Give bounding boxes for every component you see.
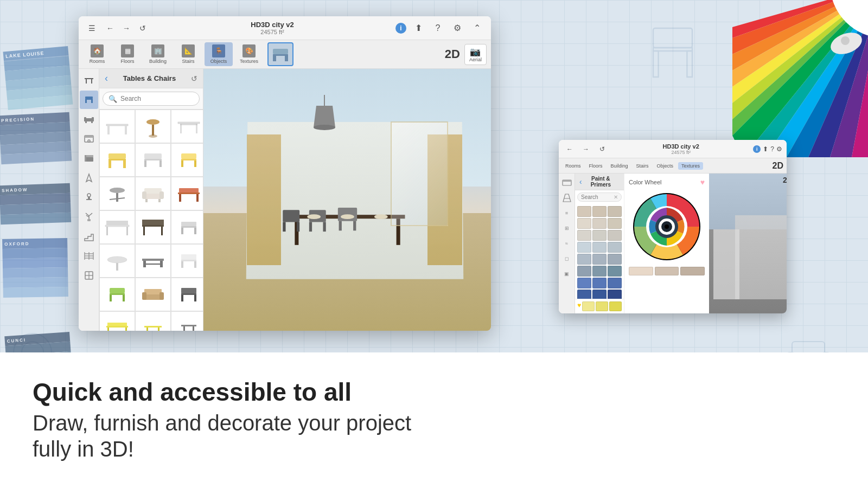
- small-building-btn[interactable]: Building: [608, 162, 631, 170]
- sidebar-kitchen-btn[interactable]: [80, 130, 98, 148]
- furniture-item-chair6[interactable]: [99, 278, 135, 311]
- furniture-item-table7[interactable]: [99, 311, 135, 331]
- info-icon[interactable]: i: [395, 23, 406, 34]
- help-button[interactable]: ?: [430, 21, 445, 36]
- furniture-item-chair7[interactable]: [171, 278, 203, 311]
- refresh-button[interactable]: ↺: [136, 22, 149, 35]
- small-info-icon[interactable]: i: [753, 145, 761, 153]
- color-wheel-heart-icon[interactable]: ♥: [700, 178, 705, 187]
- floors-button[interactable]: ▦ Floors: [113, 42, 142, 66]
- sidebar-toy-btn[interactable]: [80, 169, 98, 187]
- swatch-blue-deep3[interactable]: [608, 290, 622, 299]
- sidebar-table-btn[interactable]: [80, 71, 98, 89]
- preview-color1[interactable]: [629, 267, 653, 275]
- small-search-input[interactable]: [581, 194, 614, 200]
- fav-swatch3[interactable]: [609, 301, 622, 311]
- swatch-blue-vivid1[interactable]: [577, 278, 591, 288]
- share-button[interactable]: ⬆: [411, 21, 426, 36]
- small-back-button[interactable]: ←: [563, 143, 576, 156]
- furniture-item-table4[interactable]: [99, 210, 135, 244]
- swatch-blue-light3[interactable]: [608, 242, 622, 253]
- swatch-gray3[interactable]: [608, 230, 622, 241]
- furniture-item-chair5[interactable]: [171, 244, 203, 278]
- small-sidebar-btn3[interactable]: ≡: [560, 206, 574, 220]
- sidebar-office-btn[interactable]: [80, 188, 98, 207]
- expand-button[interactable]: ⌃: [469, 21, 484, 36]
- swatch-blue-deep2[interactable]: [592, 290, 607, 299]
- swatch-blue-light1[interactable]: [577, 242, 591, 253]
- swatch-beige3[interactable]: [608, 206, 622, 217]
- furniture-item-stool1[interactable]: [135, 110, 171, 143]
- furniture-item-chair3[interactable]: [171, 143, 203, 177]
- hamburger-menu-button[interactable]: ☰: [85, 22, 98, 35]
- furniture-item-bench1[interactable]: [135, 244, 171, 278]
- search-input[interactable]: [120, 95, 202, 102]
- swatch-blue-deep1[interactable]: [577, 290, 591, 299]
- furniture-item-table2[interactable]: [171, 110, 203, 143]
- small-refresh-button[interactable]: ↺: [596, 143, 609, 156]
- swatch-cream3[interactable]: [608, 218, 622, 229]
- furniture-item-armchair2[interactable]: [135, 278, 171, 311]
- sidebar-chair-btn[interactable]: [80, 91, 98, 109]
- furniture-item-chair1[interactable]: [99, 143, 135, 177]
- sidebar-grid-btn[interactable]: [80, 247, 98, 265]
- furniture-item-table5[interactable]: [135, 210, 171, 244]
- redo-button[interactable]: →: [120, 22, 133, 35]
- small-settings-button[interactable]: ⚙: [776, 145, 782, 153]
- aerial-button[interactable]: 📷 Aerial: [464, 44, 487, 65]
- swatch-blue-vivid3[interactable]: [608, 278, 622, 288]
- furniture-item-stool3[interactable]: [135, 311, 171, 331]
- small-floors-btn[interactable]: Floors: [586, 162, 606, 170]
- small-sidebar-btn6[interactable]: ◻: [560, 252, 574, 266]
- furniture-item-table1[interactable]: [99, 110, 135, 143]
- settings-button[interactable]: ⚙: [450, 21, 465, 36]
- swatch-blue-dark2[interactable]: [592, 266, 607, 277]
- sidebar-sofa-btn[interactable]: [80, 110, 98, 129]
- fav-swatch2[interactable]: [596, 301, 608, 311]
- small-rooms-btn[interactable]: Rooms: [562, 162, 584, 170]
- swatch-blue-mid3[interactable]: [608, 254, 622, 265]
- swatch-blue-vivid2[interactable]: [592, 278, 607, 288]
- swatch-blue-dark3[interactable]: [608, 266, 622, 277]
- swatch-beige2[interactable]: [592, 206, 607, 217]
- furniture-item-chair4[interactable]: [171, 210, 203, 244]
- furniture-item-armchair1[interactable]: [135, 177, 171, 210]
- preview-color2[interactable]: [655, 267, 679, 275]
- small-objects-btn[interactable]: Objects: [654, 162, 677, 170]
- furniture-item-stool2[interactable]: [99, 177, 135, 210]
- textures-button[interactable]: 🎨 Textures: [235, 42, 263, 66]
- swatch-blue-mid2[interactable]: [592, 254, 607, 265]
- swatch-gray1[interactable]: [577, 230, 591, 241]
- small-sidebar-btn1[interactable]: [560, 176, 574, 190]
- small-share-button[interactable]: ⬆: [763, 145, 768, 153]
- stairs-button[interactable]: 📐 Stairs: [174, 42, 202, 66]
- swatch-gray2[interactable]: [592, 230, 607, 241]
- swatch-blue-dark1[interactable]: [577, 266, 591, 277]
- swatch-blue-light2[interactable]: [592, 242, 607, 253]
- swatch-cream2[interactable]: [592, 218, 607, 229]
- furniture-item-table6[interactable]: [99, 244, 135, 278]
- small-sidebar-btn4[interactable]: ⊞: [560, 221, 574, 235]
- fav-swatch1[interactable]: [582, 301, 595, 311]
- small-sidebar-btn7[interactable]: ▣: [560, 267, 574, 281]
- building-button[interactable]: 🏢 Building: [144, 42, 172, 66]
- swatch-beige1[interactable]: [577, 206, 591, 217]
- small-redo-button[interactable]: →: [579, 143, 592, 156]
- small-textures-btn[interactable]: Textures: [678, 162, 703, 170]
- objects-button[interactable]: 🪑 Objects: [205, 42, 233, 66]
- small-favorite-star[interactable]: ♥: [577, 301, 581, 311]
- rooms-button[interactable]: 🏠 Rooms: [83, 42, 111, 66]
- small-help-button[interactable]: ?: [770, 145, 774, 153]
- small-search-clear-icon[interactable]: ✕: [614, 194, 618, 200]
- preview-color3[interactable]: [680, 267, 705, 275]
- furniture-item-chair2[interactable]: [135, 143, 171, 177]
- sidebar-window-btn[interactable]: [80, 266, 98, 285]
- swatch-cream1[interactable]: [577, 218, 591, 229]
- sidebar-bed-btn[interactable]: [80, 149, 98, 168]
- small-sidebar-btn5[interactable]: ≈: [560, 236, 574, 251]
- sidebar-stairs-btn[interactable]: [80, 227, 98, 246]
- sidebar-plant-btn[interactable]: [80, 208, 98, 226]
- category-refresh-button[interactable]: ↺: [191, 74, 197, 83]
- undo-button[interactable]: ←: [104, 22, 117, 35]
- small-stairs-btn[interactable]: Stairs: [633, 162, 652, 170]
